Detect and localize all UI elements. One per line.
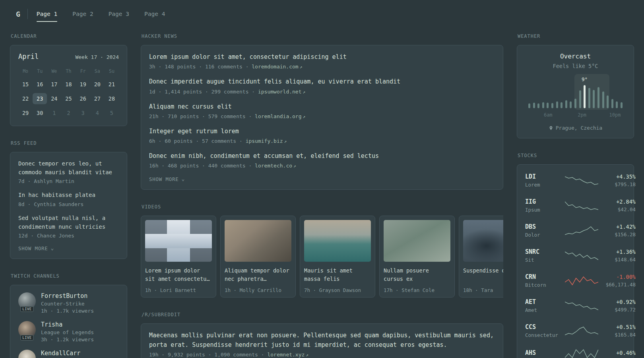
stock-info: CRN Bitcorn bbox=[525, 273, 562, 288]
hacker-news-show-more-button[interactable]: SHOW MORE ⌄ bbox=[149, 176, 495, 182]
news-domain-link[interactable]: loremlandia.org bbox=[255, 113, 301, 119]
twitch-header: TWITCH CHANNELS bbox=[11, 273, 127, 279]
video-meta: 1h · Lori Barnett bbox=[145, 287, 212, 293]
stock-row[interactable]: AET Amet +0.92% $499.72 bbox=[524, 293, 627, 318]
news-domain-link[interactable]: loremdomain.com bbox=[252, 64, 298, 70]
stock-change: -1.00% bbox=[601, 274, 636, 280]
video-thumbnail[interactable] bbox=[145, 220, 212, 262]
tab-page-1[interactable]: Page 1 bbox=[37, 11, 57, 17]
calendar-day: 19 bbox=[76, 79, 90, 90]
twitch-channel-name[interactable]: ForrestBurton bbox=[41, 292, 94, 300]
video-card[interactable]: Suspendisse diam 18h · Tara bbox=[459, 216, 503, 298]
calendar-widget: CALENDAR April Week 17 · 2024 Mo Tu We T… bbox=[10, 33, 127, 126]
calendar-day-selected: 23 bbox=[33, 93, 47, 104]
twitch-channel-row[interactable]: LIVE Trisha League of Legends 3h · 1.2k … bbox=[18, 321, 119, 342]
twitch-channel-name[interactable]: KendallCarr bbox=[41, 350, 80, 357]
news-title[interactable]: Aliquam nec cursus elit bbox=[149, 102, 495, 111]
stock-row[interactable]: DBS Dolor +1.42% $156.28 bbox=[524, 218, 627, 243]
show-more-label: SHOW MORE bbox=[18, 245, 48, 251]
rss-show-more-button[interactable]: SHOW MORE ⌄ bbox=[18, 245, 119, 251]
stock-row[interactable]: CCS Consectetur +0.51% $165.84 bbox=[524, 318, 627, 343]
news-domain-link[interactable]: ipsumify.biz bbox=[246, 138, 283, 144]
news-title[interactable]: Donec imperdiet augue tincidunt felis al… bbox=[149, 77, 495, 86]
stock-change: +0.51% bbox=[601, 324, 636, 330]
external-link-icon: ↗ bbox=[293, 163, 296, 169]
news-title[interactable]: Lorem ipsum dolor sit amet, consectetur … bbox=[149, 53, 495, 62]
stock-ticker[interactable]: CRN bbox=[525, 273, 562, 280]
stock-ticker[interactable]: AHS bbox=[525, 349, 562, 356]
subreddit-widget: /R/SUBREDDIT Maecenas mollis pulvinar er… bbox=[141, 312, 503, 358]
video-card[interactable]: Nullam posuere cursus ex 17h · Stefan Co… bbox=[379, 216, 455, 298]
video-title[interactable]: Aliquam tempor dolor nec pharetra… bbox=[225, 267, 291, 283]
calendar-grid: Mo Tu We Th Fr Sa Su 15 16 17 18 19 20 2… bbox=[18, 67, 119, 119]
stock-change: +4.35% bbox=[601, 173, 636, 180]
tab-page-4[interactable]: Page 4 bbox=[144, 11, 165, 17]
stock-ticker[interactable]: LDI bbox=[525, 173, 562, 180]
stock-sparkline bbox=[565, 326, 598, 336]
video-card[interactable]: Lorem ipsum dolor sit amet consectetu… 1… bbox=[141, 216, 216, 298]
video-card[interactable]: Mauris sit amet massa felis 7h · Grayson… bbox=[300, 216, 375, 298]
stock-sparkline bbox=[565, 226, 598, 236]
video-thumbnail[interactable] bbox=[304, 220, 371, 262]
stock-info: CCS Consectetur bbox=[525, 323, 562, 338]
calendar-day: 20 bbox=[90, 79, 105, 90]
weather-time-axis: 6am 2pm 10pm bbox=[528, 112, 623, 119]
reddit-post: Maecenas mollis pulvinar erat non posuer… bbox=[149, 331, 495, 358]
reddit-post-title[interactable]: Maecenas mollis pulvinar erat non posuer… bbox=[149, 331, 495, 350]
twitch-card: LIVE ForrestBurton Counter-Strike 1h · 1… bbox=[10, 285, 127, 358]
reddit-domain-link[interactable]: loremnet.xyz bbox=[267, 352, 305, 358]
news-title[interactable]: Integer eget rutrum lorem bbox=[149, 127, 495, 136]
stock-ticker[interactable]: DBS bbox=[525, 223, 562, 230]
video-title[interactable]: Suspendisse diam bbox=[463, 267, 503, 283]
stock-ticker[interactable]: CCS bbox=[525, 323, 562, 331]
rss-header: RSS FEED bbox=[11, 140, 127, 146]
video-title[interactable]: Nullam posuere cursus ex bbox=[384, 267, 450, 283]
calendar-day: 27 bbox=[90, 93, 105, 104]
stock-ticker[interactable]: AET bbox=[525, 298, 562, 305]
stock-row[interactable]: AHS +0.46% bbox=[524, 343, 627, 358]
video-thumbnail[interactable] bbox=[384, 220, 450, 262]
stock-price: $66,171.48 bbox=[601, 282, 636, 288]
stock-info: SNRC Sit bbox=[525, 248, 562, 263]
tab-page-2[interactable]: Page 2 bbox=[72, 11, 93, 17]
news-meta-text: 6h · 60 points · 57 comments · bbox=[149, 138, 246, 144]
calendar-day: 22 bbox=[18, 93, 33, 104]
stock-ticker[interactable]: IIG bbox=[525, 198, 562, 205]
subreddit-card: Maecenas mollis pulvinar erat non posuer… bbox=[141, 323, 503, 358]
video-card[interactable]: Aliquam tempor dolor nec pharetra… 1h · … bbox=[220, 216, 296, 298]
stock-sparkline bbox=[565, 200, 598, 211]
weather-card: Overcast Feels like 5°C 9° 6am 2pm 10pm … bbox=[517, 45, 634, 138]
stock-row[interactable]: IIG Ipsum +2.84% $42.04 bbox=[524, 193, 627, 218]
top-navbar: G Page 1 Page 2 Page 3 Page 4 bbox=[0, 0, 644, 28]
twitch-channel-row[interactable]: LIVE ForrestBurton Counter-Strike 1h · 1… bbox=[18, 292, 119, 314]
rss-item-title[interactable]: Sed volutpat nulla nisl, a condimentum n… bbox=[18, 214, 119, 231]
app-logo[interactable]: G bbox=[16, 10, 20, 18]
twitch-channel-row[interactable]: KendallCarr bbox=[18, 350, 119, 358]
stocks-header: STOCKS bbox=[518, 153, 634, 158]
news-domain-link[interactable]: ipsumworld.net bbox=[258, 89, 302, 95]
calendar-day-next-month: 5 bbox=[105, 107, 119, 119]
video-title[interactable]: Mauris sit amet massa felis bbox=[304, 267, 371, 283]
twitch-channel-name[interactable]: Trisha bbox=[41, 321, 94, 328]
video-meta: 17h · Stefan Cole bbox=[384, 287, 450, 293]
stock-row[interactable]: LDI Lorem +4.35% $795.18 bbox=[524, 168, 627, 193]
calendar-dow: Su bbox=[105, 67, 119, 76]
stock-row[interactable]: CRN Bitcorn -1.00% $66,171.48 bbox=[524, 268, 627, 293]
calendar-card: April Week 17 · 2024 Mo Tu We Th Fr Sa S… bbox=[10, 45, 127, 126]
news-title[interactable]: Donec enim nibh, condimentum et accumsan… bbox=[149, 152, 495, 161]
rss-item-title[interactable]: Donec tempor eros leo, ut commodo mauris… bbox=[18, 160, 119, 177]
external-link-icon: ↗ bbox=[303, 90, 306, 95]
stock-ticker[interactable]: SNRC bbox=[525, 248, 562, 255]
stock-values: -1.00% $66,171.48 bbox=[601, 274, 636, 288]
video-thumbnail[interactable] bbox=[463, 220, 503, 262]
calendar-day: 16 bbox=[33, 79, 47, 90]
stock-sparkline bbox=[565, 175, 598, 186]
calendar-day: 15 bbox=[18, 79, 33, 90]
tab-page-3[interactable]: Page 3 bbox=[109, 11, 129, 17]
news-domain-link[interactable]: loremtech.co bbox=[255, 163, 292, 169]
middle-column: HACKER NEWS Lorem ipsum dolor sit amet, … bbox=[141, 33, 503, 358]
video-thumbnail[interactable] bbox=[225, 220, 291, 262]
video-title[interactable]: Lorem ipsum dolor sit amet consectetu… bbox=[145, 267, 212, 283]
stock-row[interactable]: SNRC Sit +1.36% $148.64 bbox=[524, 243, 627, 268]
rss-item-title[interactable]: In hac habitasse platea bbox=[18, 191, 119, 200]
